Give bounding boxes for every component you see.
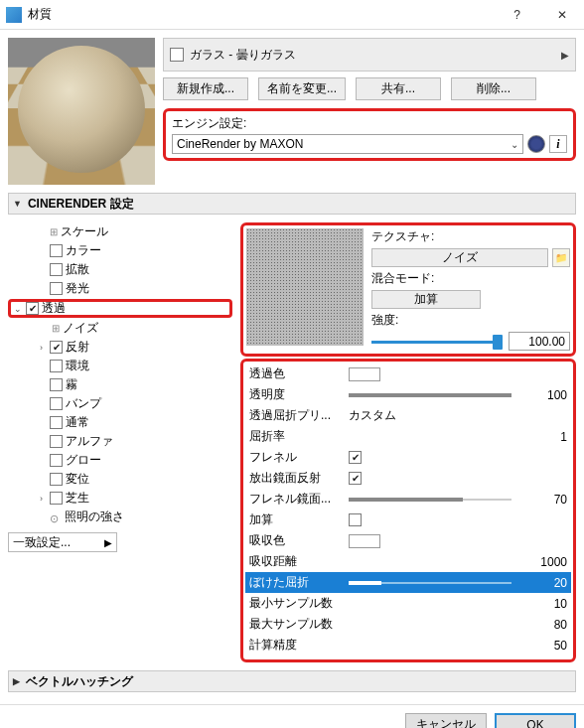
- properties-highlight: 透過色 透明度100 透過屈折プリ...カスタム 屈折率1 フレネル 放出鏡面反…: [240, 359, 576, 662]
- expand-icon[interactable]: ›: [36, 343, 47, 353]
- delete-button[interactable]: 削除...: [451, 77, 536, 100]
- tree-diffusion[interactable]: 拡散: [8, 260, 232, 279]
- prop-max-samples[interactable]: 最大サンプル数80: [245, 614, 571, 635]
- close-button[interactable]: ✕: [539, 0, 584, 30]
- diffusion-checkbox[interactable]: [50, 263, 63, 276]
- prop-absorption-dist[interactable]: 吸収距離1000: [245, 551, 571, 572]
- fresnel-refl-slider[interactable]: [349, 495, 511, 505]
- chevron-down-icon: ⌄: [511, 139, 518, 150]
- help-button[interactable]: ?: [495, 0, 539, 30]
- prop-min-samples[interactable]: 最小サンプル数10: [245, 593, 571, 614]
- absorption-color-swatch[interactable]: [349, 534, 380, 548]
- tree-illumination[interactable]: 照明の強さ: [8, 508, 232, 526]
- material-menu-arrow[interactable]: ▶: [561, 50, 569, 61]
- dialog-footer: キャンセル OK: [0, 704, 584, 728]
- mixmode-button[interactable]: 加算: [371, 290, 481, 309]
- tree-scale[interactable]: ⊞スケール: [8, 222, 232, 241]
- prop-additive[interactable]: 加算: [245, 510, 571, 530]
- window-title: 材質: [28, 6, 495, 23]
- prop-accuracy[interactable]: 計算精度50: [245, 635, 571, 655]
- share-button[interactable]: 共有...: [356, 77, 441, 100]
- prop-fresnel-refl[interactable]: フレネル鏡面...70: [245, 489, 571, 510]
- strength-slider[interactable]: [371, 334, 503, 350]
- prop-refraction[interactable]: 屈折率1: [245, 426, 571, 447]
- additive-checkbox[interactable]: [349, 513, 362, 526]
- channel-tree: ⊞スケール カラー 拡散 発光 ⌄透過 ⊞ノイズ ›反射 環境 霧 バンプ 通常…: [8, 222, 232, 662]
- cancel-button[interactable]: キャンセル: [405, 713, 487, 728]
- tree-alpha[interactable]: アルファ: [8, 432, 232, 451]
- texture-panel-highlight: テクスチャ: ノイズ 📁 混合モード: 加算 強度: 100.00: [240, 222, 576, 357]
- alpha-checkbox[interactable]: [50, 435, 63, 448]
- ok-button[interactable]: OK: [495, 713, 576, 728]
- triangle-right-icon: ▶: [13, 676, 20, 686]
- color-checkbox[interactable]: [50, 244, 63, 257]
- transparency-checkbox[interactable]: [26, 302, 39, 315]
- engine-icon[interactable]: [527, 135, 545, 153]
- matched-settings-button[interactable]: 一致設定...▶: [8, 532, 117, 552]
- prop-brightness[interactable]: 透明度100: [245, 384, 571, 405]
- triangle-down-icon: ▼: [13, 199, 22, 209]
- app-icon: [6, 7, 22, 23]
- prop-absorption-color[interactable]: 吸収色: [245, 530, 571, 551]
- prop-trans-color[interactable]: 透過色: [245, 364, 571, 384]
- trans-color-swatch[interactable]: [349, 367, 380, 381]
- engine-combo[interactable]: CineRender by MAXON ⌄: [172, 134, 523, 154]
- tree-noise[interactable]: ⊞ノイズ: [8, 319, 232, 338]
- tree-environment[interactable]: 環境: [8, 357, 232, 375]
- dot-icon: [50, 511, 62, 523]
- texture-button[interactable]: ノイズ: [371, 248, 548, 267]
- prop-total-internal[interactable]: 放出鏡面反射: [245, 468, 571, 489]
- titlebar: 材質 ? ✕: [0, 0, 584, 30]
- strength-value[interactable]: 100.00: [509, 332, 570, 351]
- material-name: ガラス - 曇りガラス: [190, 47, 296, 64]
- section-vector-label: ベクトルハッチング: [26, 673, 133, 690]
- blurriness-slider[interactable]: [349, 578, 511, 588]
- tree-luminance[interactable]: 発光: [8, 279, 232, 298]
- section-vector-hatching[interactable]: ▶ ベクトルハッチング: [8, 670, 576, 692]
- prop-fresnel[interactable]: フレネル: [245, 447, 571, 468]
- prop-refraction-preset[interactable]: 透過屈折プリ...カスタム: [245, 405, 571, 426]
- tree-bump[interactable]: バンプ: [8, 394, 232, 413]
- expand-icon[interactable]: ›: [36, 494, 47, 504]
- environment-checkbox[interactable]: [50, 360, 63, 372]
- tree-normal[interactable]: 通常: [8, 413, 232, 432]
- section-cinerender-label: CINERENDER 設定: [28, 196, 134, 213]
- engine-info-icon[interactable]: i: [549, 135, 567, 153]
- chevron-right-icon: ▶: [104, 537, 112, 548]
- engine-value: CineRender by MAXON: [177, 137, 511, 151]
- tree-transparency[interactable]: ⌄透過: [8, 299, 232, 318]
- new-button[interactable]: 新規作成...: [163, 77, 248, 100]
- engine-settings-highlight: エンジン設定: CineRender by MAXON ⌄ i: [163, 108, 576, 161]
- tree-grass[interactable]: ›芝生: [8, 489, 232, 508]
- mixmode-label: 混合モード:: [371, 270, 570, 287]
- engine-label: エンジン設定:: [172, 115, 567, 132]
- strength-label: 強度:: [371, 312, 570, 329]
- expand-icon[interactable]: ⌄: [12, 304, 23, 314]
- rename-button[interactable]: 名前を変更...: [258, 77, 346, 100]
- prop-blurriness[interactable]: ぼけた屈折20: [245, 572, 571, 593]
- displacement-checkbox[interactable]: [50, 473, 63, 486]
- texture-load-icon[interactable]: 📁: [552, 248, 570, 267]
- texture-preview: [246, 228, 364, 346]
- material-preview: [8, 38, 155, 185]
- texture-label: テクスチャ:: [371, 228, 570, 245]
- grass-checkbox[interactable]: [50, 492, 63, 505]
- total-internal-checkbox[interactable]: [349, 472, 362, 485]
- tree-color[interactable]: カラー: [8, 241, 232, 260]
- luminance-checkbox[interactable]: [50, 282, 63, 295]
- bump-checkbox[interactable]: [50, 397, 63, 410]
- tree-glow[interactable]: グロー: [8, 451, 232, 470]
- fog-checkbox[interactable]: [50, 378, 63, 391]
- brightness-slider[interactable]: [349, 390, 511, 400]
- tree-fog[interactable]: 霧: [8, 375, 232, 394]
- glow-checkbox[interactable]: [50, 454, 63, 467]
- reflectance-checkbox[interactable]: [50, 341, 63, 354]
- tree-reflectance[interactable]: ›反射: [8, 338, 232, 357]
- material-enable-checkbox[interactable]: [170, 48, 184, 62]
- material-name-row[interactable]: ガラス - 曇りガラス ▶: [163, 38, 576, 72]
- tree-displacement[interactable]: 変位: [8, 470, 232, 489]
- fresnel-checkbox[interactable]: [349, 451, 362, 464]
- normal-checkbox[interactable]: [50, 416, 63, 429]
- section-cinerender[interactable]: ▼ CINERENDER 設定: [8, 193, 576, 215]
